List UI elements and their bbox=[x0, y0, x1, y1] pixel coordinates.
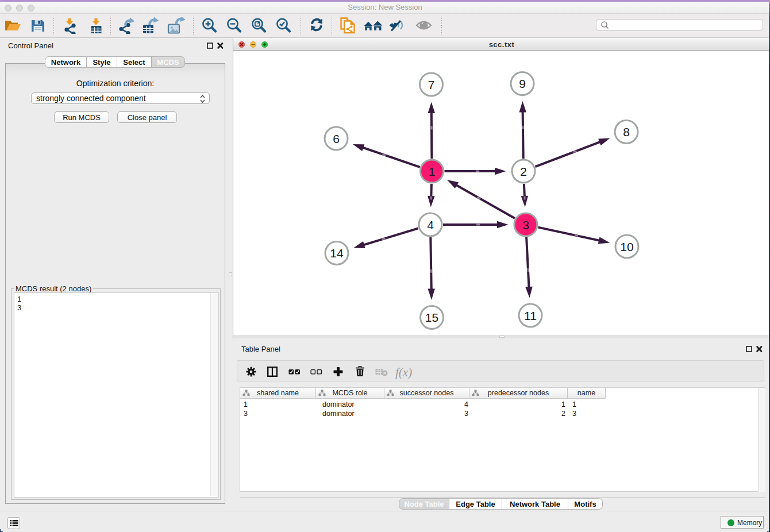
svg-text:2: 2 bbox=[520, 165, 527, 178]
svg-text:8: 8 bbox=[623, 125, 630, 138]
svg-text:3: 3 bbox=[522, 218, 529, 232]
svg-text:9: 9 bbox=[519, 77, 526, 90]
svg-text:1: 1 bbox=[429, 165, 436, 178]
svg-text:14: 14 bbox=[330, 246, 344, 260]
svg-text:6: 6 bbox=[333, 132, 340, 145]
svg-text:15: 15 bbox=[425, 311, 438, 324]
svg-text:7: 7 bbox=[428, 78, 435, 91]
svg-text:11: 11 bbox=[524, 309, 537, 322]
svg-text:4: 4 bbox=[427, 218, 434, 232]
svg-text:10: 10 bbox=[620, 240, 633, 253]
